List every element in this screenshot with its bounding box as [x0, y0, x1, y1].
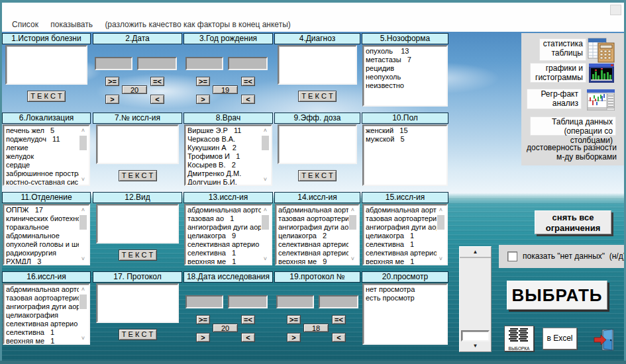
doctor-list[interactable]: ˄ ˅ Виршке Э.Р 11Черкасов В.А.Кукушкин А…: [184, 124, 272, 186]
list-item[interactable]: Черкасов В.А.: [187, 135, 269, 144]
birth-year-le-button[interactable]: =<: [241, 77, 255, 86]
birth-year-to-field[interactable]: [228, 57, 268, 70]
study-date-from-field[interactable]: [185, 295, 223, 308]
study-16-list[interactable]: ˄ ˅ абдоминальная аортотазовая аортоарте…: [3, 283, 90, 345]
list-item[interactable]: рецидив: [366, 64, 444, 73]
localization-list[interactable]: ˄ ˅ печень жел 5поджелудоч 11легкиежелуд…: [3, 124, 90, 186]
scroll-thumb[interactable]: [262, 136, 269, 150]
list-item[interactable]: костно-суставная сис: [6, 178, 87, 186]
list-item[interactable]: забрюшинное простра: [6, 169, 87, 178]
list-item[interactable]: Дмитренко Д.М.: [187, 169, 269, 178]
protocol-tekst-button[interactable]: Т Е К С Т: [119, 329, 157, 340]
list-item[interactable]: верхняя ме 1: [187, 257, 269, 265]
list-item[interactable]: целиакогра 2: [278, 232, 356, 240]
list-item[interactable]: тазовая аортоартерио: [366, 214, 444, 223]
scroll-up-icon[interactable]: ▲: [460, 247, 491, 258]
list-item[interactable]: абдоминальная аорто: [278, 206, 356, 214]
window-control-button[interactable]: [610, 5, 621, 15]
list-item[interactable]: абдоминальное: [6, 232, 87, 240]
excel-button[interactable]: в Excel: [543, 328, 577, 349]
scroll-down-icon[interactable]: ˅: [348, 255, 357, 263]
list-item[interactable]: верхняя ме 9: [278, 257, 356, 265]
list-item[interactable]: печень жел 5: [6, 126, 87, 135]
list-item[interactable]: ангиография дуги аор: [187, 223, 269, 232]
study-14-list[interactable]: ˄ ˅ абдоминальная аортотазовая аортоарте…: [275, 204, 360, 265]
clear-all-restrictions-button[interactable]: снять все ограничения: [535, 210, 611, 234]
study-date-to-field[interactable]: [228, 295, 268, 308]
scroll-up-icon[interactable]: ˄: [79, 286, 87, 293]
list-item[interactable]: селективная артерио: [6, 320, 87, 328]
eff-dose-tekst-button[interactable]: Т Е К С Т: [298, 170, 337, 181]
list-item[interactable]: торакальное: [6, 223, 87, 232]
scroll-thumb[interactable]: [262, 215, 269, 230]
scroll-up-icon[interactable]: ˄: [79, 127, 87, 134]
list-item[interactable]: радиохирургия: [6, 249, 87, 257]
list-item[interactable]: опухоль 13: [366, 47, 444, 56]
date-to-field[interactable]: [137, 57, 177, 70]
list-item[interactable]: мужской 5: [366, 135, 444, 144]
list-item[interactable]: неизвестно: [366, 81, 444, 90]
birth-year-next-button[interactable]: >: [196, 95, 210, 104]
list-item[interactable]: РХМДЛ 3: [6, 257, 87, 265]
scroll-thumb[interactable]: [79, 136, 87, 150]
list-item[interactable]: тазовая аортоартерио: [6, 294, 87, 302]
list-item[interactable]: легкие: [6, 144, 87, 152]
department-list[interactable]: ˄ ˅ ОППЖ 17клинических биотехноторакальн…: [3, 204, 90, 265]
birth-year-from-field[interactable]: [185, 57, 223, 70]
scroll-down-icon[interactable]: ˅: [79, 176, 87, 183]
diagnosis-text-input[interactable]: [278, 45, 357, 85]
table-calculator-icon[interactable]: [588, 36, 615, 67]
nosoform-list[interactable]: опухоль 13метастазы 7рецидивнеопухольнеи…: [362, 45, 448, 107]
list-item[interactable]: ОППЖ 17: [6, 206, 87, 214]
study-number-tekst-button[interactable]: Т Е К С Т: [119, 170, 157, 181]
list-item[interactable]: поджелудоч 11: [6, 135, 87, 144]
list-item[interactable]: селективная артерио: [278, 240, 356, 249]
scroll-thumb[interactable]: [349, 215, 356, 230]
histogram-icon[interactable]: [589, 64, 614, 85]
list-item[interactable]: целиакогра 1: [366, 232, 444, 240]
protocol-number-ge-button[interactable]: >=: [287, 315, 301, 324]
regr-fact-analysis-button[interactable]: Регр-факт анализ: [527, 89, 582, 109]
scroll-up-icon[interactable]: ˄: [348, 206, 357, 214]
list-item[interactable]: ангиография дуги аор: [6, 302, 87, 311]
study-13-list[interactable]: ˄ ˅ абдоминальная аортотазовая ао 1ангио…: [184, 204, 272, 265]
list-item[interactable]: Косырев В. 2: [187, 161, 269, 169]
diagnosis-tekst-button[interactable]: Т Е К С Т: [298, 91, 337, 102]
list-scrollbar[interactable]: ˄ ˅: [261, 127, 270, 183]
list-item[interactable]: абдоминальная аорто: [366, 206, 444, 214]
scroll-thumb[interactable]: [437, 215, 444, 230]
kind-text-input[interactable]: [96, 204, 179, 244]
scroll-up-icon[interactable]: ˄: [79, 206, 87, 214]
list-item[interactable]: нет просмотра: [366, 285, 444, 294]
list-item[interactable]: абдоминальная аорто: [6, 285, 87, 294]
protocol-number-next-button[interactable]: >: [287, 333, 301, 342]
list-item[interactable]: есть просмотр: [366, 294, 444, 302]
date-le-button[interactable]: =<: [150, 77, 164, 86]
scroll-down-icon[interactable]: ˅: [79, 335, 87, 342]
kind-tekst-button[interactable]: Т Е К С Т: [119, 250, 157, 261]
list-item[interactable]: Трофимов И 1: [187, 152, 269, 161]
list-item[interactable]: верхняя ме 1: [366, 257, 444, 265]
scroll-thumb[interactable]: [79, 295, 87, 309]
show-nodata-checkbox[interactable]: [507, 251, 517, 261]
scroll-down-icon[interactable]: ˅: [261, 255, 270, 263]
study-number-text-input[interactable]: [96, 124, 179, 164]
menu-spisok[interactable]: Список: [12, 17, 38, 32]
list-item[interactable]: женский 15: [366, 126, 444, 135]
list-item[interactable]: Кукушкин А 2: [187, 144, 269, 152]
date-ge-button[interactable]: >=: [105, 77, 119, 86]
statistics-tables-button[interactable]: статистика таблицы: [539, 38, 586, 61]
protocol-text-input[interactable]: [96, 283, 179, 323]
scroll-up-icon[interactable]: ˄: [261, 206, 270, 214]
study-date-next-button[interactable]: >: [196, 333, 210, 342]
regression-chart-icon[interactable]: [587, 89, 615, 113]
list-item[interactable]: метастазы 7: [366, 56, 444, 64]
scroll-up-icon[interactable]: ˄: [261, 127, 270, 134]
list-item[interactable]: абдоминальная аорто: [187, 206, 269, 214]
exit-door-icon[interactable]: [593, 328, 617, 352]
scroll-thumb[interactable]: [79, 215, 87, 230]
list-item[interactable]: селективная артерио: [366, 249, 444, 257]
scroll-down-icon[interactable]: ˅: [79, 255, 87, 263]
list-item[interactable]: клинических биотехно: [6, 214, 87, 223]
list-item[interactable]: Виршке Э.Р 11: [187, 126, 269, 135]
